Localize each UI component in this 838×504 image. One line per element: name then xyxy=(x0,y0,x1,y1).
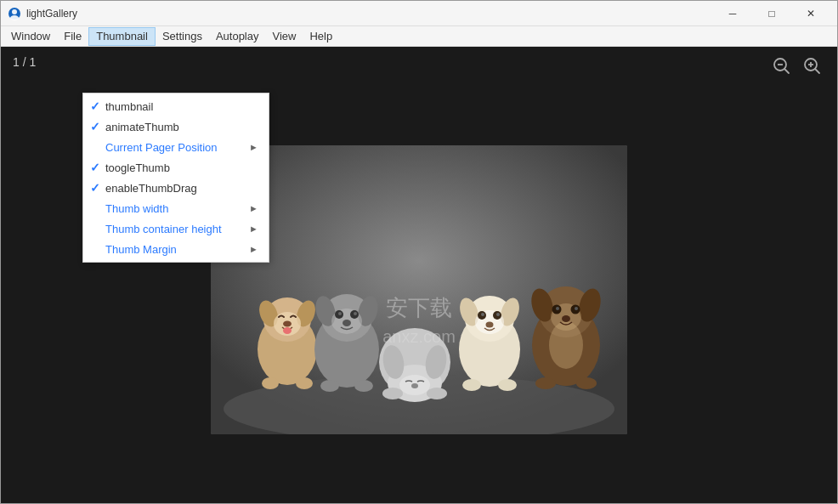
main-image: 安下载 anxz.com xyxy=(211,145,627,434)
arrow-thumb-width: ► xyxy=(249,203,258,213)
svg-point-38 xyxy=(411,383,418,388)
svg-point-51 xyxy=(462,379,481,391)
arrow-thumb-margin: ► xyxy=(249,244,258,254)
label-thumb-margin: Thumb Margin xyxy=(105,243,249,256)
thumbnail-dropdown: ✓ thumbnail ✓ animateThumb Current Pager… xyxy=(82,93,269,263)
window-title: lightGallery xyxy=(26,8,713,20)
content-area: 1 / 1 xyxy=(1,47,837,503)
menu-bar: Window File Thumbnail Settings Autoplay … xyxy=(1,26,837,47)
svg-point-52 xyxy=(498,379,517,391)
arrow-current-pager: ► xyxy=(249,142,258,152)
check-animate-thumb: ✓ xyxy=(90,120,105,133)
svg-point-29 xyxy=(354,312,357,315)
svg-point-64 xyxy=(535,377,556,389)
label-animate-thumb: animateThumb xyxy=(105,121,258,133)
menu-autoplay[interactable]: Autoplay xyxy=(209,27,266,46)
menu-item-toogle-thumb[interactable]: ✓ toogleThumb xyxy=(83,157,269,178)
svg-text:anxz.com: anxz.com xyxy=(382,327,456,346)
menu-item-current-pager[interactable]: Current Pager Position ► xyxy=(83,137,269,157)
check-thumb-container xyxy=(90,222,105,235)
menu-file[interactable]: File xyxy=(57,27,88,46)
label-current-pager: Current Pager Position xyxy=(105,141,249,154)
svg-point-2 xyxy=(10,15,19,20)
menu-settings[interactable]: Settings xyxy=(156,27,209,46)
maximize-button[interactable]: □ xyxy=(752,1,791,26)
check-toogle-thumb: ✓ xyxy=(90,161,105,174)
svg-point-49 xyxy=(496,313,500,316)
svg-point-19 xyxy=(262,377,279,389)
svg-point-1 xyxy=(12,9,17,14)
svg-point-39 xyxy=(382,388,403,399)
label-enable-drag: enableThumbDrag xyxy=(105,182,258,195)
menu-item-thumb-width[interactable]: Thumb width ► xyxy=(83,198,269,218)
svg-line-9 xyxy=(815,69,819,73)
svg-text:安下载: 安下载 xyxy=(386,295,452,320)
svg-point-31 xyxy=(320,380,339,392)
zoom-in-button[interactable] xyxy=(800,54,824,77)
svg-point-40 xyxy=(427,388,447,399)
svg-point-50 xyxy=(486,321,494,327)
label-thumb-container: Thumb container height xyxy=(105,223,249,235)
check-thumbnail: ✓ xyxy=(90,99,105,113)
check-current-pager xyxy=(90,140,105,154)
menu-item-animate-thumb[interactable]: ✓ animateThumb xyxy=(83,116,269,137)
menu-item-thumbnail[interactable]: ✓ thumbnail xyxy=(83,96,269,116)
svg-point-61 xyxy=(556,307,559,310)
svg-point-17 xyxy=(283,320,292,326)
check-thumb-width xyxy=(90,201,105,215)
arrow-thumb-container: ► xyxy=(249,224,258,234)
svg-point-18 xyxy=(283,327,292,334)
menu-view[interactable]: View xyxy=(265,27,303,46)
label-thumbnail: thumbnail xyxy=(105,100,258,113)
menu-item-enable-drag[interactable]: ✓ enableThumbDrag xyxy=(83,178,269,198)
svg-point-63 xyxy=(562,315,570,322)
title-bar: lightGallery ─ □ ✕ xyxy=(1,1,837,26)
label-thumb-width: Thumb width xyxy=(105,202,249,215)
main-window: lightGallery ─ □ ✕ Window File Thumbnail… xyxy=(0,0,838,504)
svg-point-32 xyxy=(354,380,373,392)
svg-line-5 xyxy=(784,69,789,73)
check-enable-drag: ✓ xyxy=(90,181,105,195)
app-icon xyxy=(8,7,21,20)
minimize-button[interactable]: ─ xyxy=(713,1,752,26)
menu-item-thumb-margin[interactable]: Thumb Margin ► xyxy=(83,239,269,259)
svg-point-30 xyxy=(343,320,351,326)
zoom-out-button[interactable] xyxy=(769,54,793,77)
menu-help[interactable]: Help xyxy=(303,27,339,46)
menu-thumbnail[interactable]: Thumbnail xyxy=(88,27,156,46)
label-toogle-thumb: toogleThumb xyxy=(105,161,258,174)
menu-window[interactable]: Window xyxy=(4,27,57,46)
svg-point-20 xyxy=(296,377,313,389)
zoom-controls xyxy=(769,54,824,77)
svg-point-28 xyxy=(338,312,342,315)
menu-item-thumb-container[interactable]: Thumb container height ► xyxy=(83,218,269,239)
svg-point-48 xyxy=(481,313,484,316)
window-controls: ─ □ ✕ xyxy=(713,1,830,26)
image-counter: 1 / 1 xyxy=(13,55,36,69)
svg-point-62 xyxy=(575,307,578,310)
close-button[interactable]: ✕ xyxy=(791,1,830,26)
svg-point-65 xyxy=(576,377,597,389)
check-thumb-margin xyxy=(90,242,105,256)
